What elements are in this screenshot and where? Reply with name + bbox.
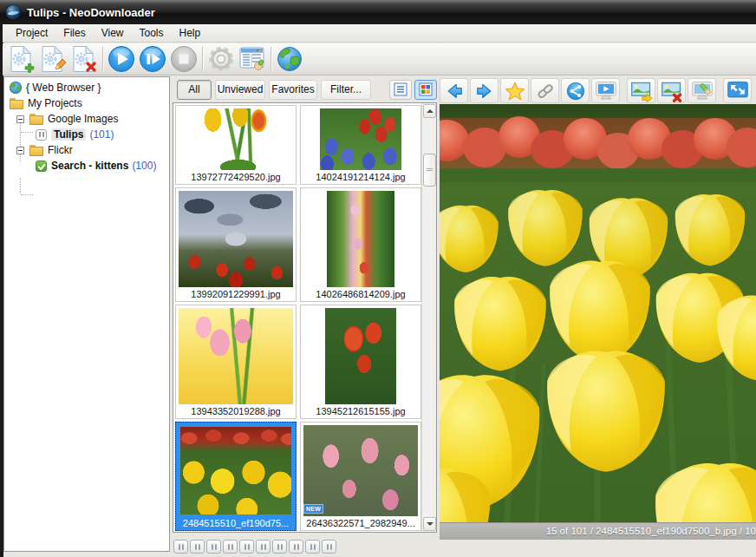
delete-project-button[interactable] — [68, 44, 100, 74]
fullscreen-icon — [726, 80, 750, 102]
tree-item-label: Google Images — [48, 113, 118, 125]
thumbnail-item[interactable]: 13972772429520.jpg — [175, 105, 297, 185]
download-slot-paused[interactable] — [206, 540, 221, 554]
thumbnail-item-selected[interactable]: 2484515510_ef190d75... — [175, 422, 297, 531]
new-badge: NEW — [303, 504, 323, 514]
arrow-right-icon — [473, 81, 496, 102]
collapse-expander-icon[interactable] — [16, 147, 24, 154]
sidebar-item-google-images[interactable]: Google Images — [16, 111, 118, 127]
tree-item-label: Flickr — [48, 144, 73, 156]
list-view-icon — [394, 82, 407, 96]
globe-icon — [276, 45, 303, 73]
thumbnail-item[interactable]: 13943352019288.jpg — [175, 305, 297, 419]
sidebar-item-search-kittens[interactable]: Search - kittens (100) — [36, 158, 156, 174]
main-toolbar — [3, 43, 756, 75]
thumbnail-item[interactable]: 14024191214124.jpg — [300, 105, 421, 185]
menu-tools[interactable]: Tools — [132, 25, 172, 41]
thumbnail-filename: 14024191214124.jpg — [301, 170, 420, 184]
completed-project-icon — [36, 161, 47, 172]
share-icon — [564, 81, 587, 102]
thumbnail-image — [180, 427, 291, 514]
menu-help[interactable]: Help — [172, 25, 209, 41]
stop-download-button[interactable] — [168, 44, 199, 74]
options-button[interactable] — [205, 44, 237, 74]
app-logo-icon — [6, 5, 21, 20]
download-slot-paused[interactable] — [305, 540, 320, 554]
start-download-button[interactable] — [106, 44, 137, 74]
download-slot-paused[interactable] — [190, 540, 205, 554]
tab-unviewed[interactable]: Unviewed — [215, 80, 265, 100]
toolbar-separator — [202, 47, 203, 71]
collapse-expander-icon[interactable] — [16, 115, 24, 123]
sidebar-item-flickr[interactable]: Flickr — [16, 142, 73, 158]
thumbnail-item[interactable]: 14026486814209.jpg — [300, 187, 421, 302]
tab-all[interactable]: All — [177, 80, 212, 100]
gear-icon — [206, 44, 236, 74]
thumbnail-image — [303, 425, 418, 516]
thumbnail-item[interactable]: 26436322571_2982949... NEW — [300, 422, 421, 531]
share-button[interactable] — [561, 78, 590, 103]
sidebar-item-my-projects[interactable]: My Projects — [10, 95, 82, 111]
preview-status-bar: 15 of 101 / 2484515510_ef190d7500_b.jpg … — [440, 522, 756, 540]
tab-filter[interactable]: Filter... — [321, 80, 371, 100]
menu-view[interactable]: View — [94, 25, 132, 41]
menu-project[interactable]: Project — [8, 25, 55, 41]
thumbnail-filename: 13943352019288.jpg — [176, 404, 296, 418]
edit-project-button[interactable] — [37, 44, 68, 74]
slideshow-button[interactable] — [591, 78, 620, 103]
tree-guide-line — [21, 194, 33, 195]
web-browser-button[interactable] — [274, 44, 305, 74]
delete-image-button[interactable] — [657, 78, 686, 103]
folder-icon — [29, 114, 43, 125]
arrow-left-icon — [443, 81, 466, 102]
download-slot-paused[interactable] — [272, 540, 287, 554]
scroll-down-button[interactable] — [423, 517, 436, 531]
play-circle-icon — [108, 45, 135, 73]
stop-circle-icon — [170, 45, 198, 73]
resume-download-button[interactable] — [137, 44, 168, 74]
sidebar-item-web-browser[interactable]: { Web Browser } — [10, 80, 101, 95]
image-export-icon — [629, 80, 654, 102]
download-slot-paused[interactable] — [322, 540, 336, 554]
menu-files[interactable]: Files — [55, 25, 93, 41]
copy-link-button[interactable] — [531, 78, 559, 103]
back-button[interactable] — [440, 78, 468, 103]
download-slot-paused[interactable] — [289, 540, 303, 554]
preview-image[interactable] — [440, 104, 756, 522]
item-count: (101) — [89, 128, 114, 141]
thumbnail-view-button[interactable] — [414, 80, 437, 100]
forward-button[interactable] — [470, 78, 499, 103]
save-image-button[interactable] — [627, 78, 655, 103]
download-slot-paused[interactable] — [223, 540, 238, 554]
download-slot-bar — [173, 540, 336, 554]
download-slot-paused[interactable] — [239, 540, 254, 554]
download-slot-paused[interactable] — [256, 540, 270, 554]
toolbar-separator — [102, 47, 103, 71]
document-gear-plus-icon — [9, 45, 35, 73]
tree-guide-line — [21, 132, 33, 133]
thumbnail-image — [327, 191, 394, 287]
new-project-button[interactable] — [6, 44, 37, 74]
item-count: (100) — [132, 160, 156, 172]
favorite-button[interactable] — [500, 78, 529, 103]
reports-button[interactable] — [237, 44, 268, 74]
title-bar[interactable]: Tulips - NeoDownloader — [0, 0, 756, 24]
thumbnail-scrollbar[interactable] — [421, 103, 436, 532]
thumbnail-item[interactable]: 13945212615155.jpg — [300, 305, 421, 419]
fullscreen-button[interactable] — [723, 78, 752, 103]
thumbnail-filename: 13972772429520.jpg — [176, 170, 296, 184]
globe-icon — [10, 82, 22, 94]
scrollbar-thumb[interactable] — [423, 154, 436, 187]
sidebar-item-tulips[interactable]: Tulips (101) — [36, 127, 114, 142]
window-title: Tulips - NeoDownloader — [27, 6, 155, 19]
thumbnail-item[interactable]: 13992091229991.jpg — [175, 187, 297, 302]
tree-item-label: Search - kittens — [51, 160, 128, 172]
cleanup-button[interactable] — [688, 78, 716, 103]
download-slot-paused[interactable] — [173, 540, 188, 554]
thumbnail-grid: 13972772429520.jpg 14024191214124.jpg 13… — [173, 103, 421, 532]
tab-favorites[interactable]: Favorites — [269, 80, 317, 100]
document-gear-cross-icon — [71, 45, 97, 73]
scroll-up-button[interactable] — [423, 104, 436, 118]
tree-item-label: My Projects — [28, 97, 82, 109]
list-view-button[interactable] — [389, 80, 412, 100]
